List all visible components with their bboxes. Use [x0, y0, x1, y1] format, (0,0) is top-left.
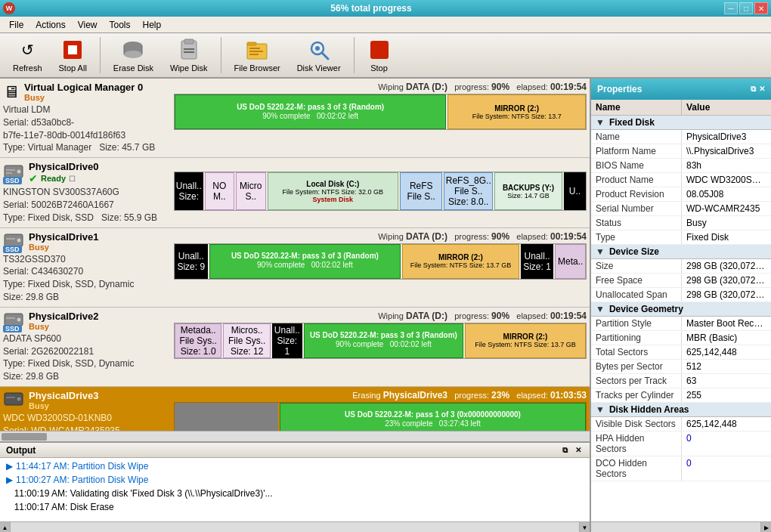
props-scroll-track: [591, 522, 760, 532]
menu-tools[interactable]: Tools: [104, 18, 137, 32]
expand-icon-geometry[interactable]: ▼: [596, 304, 605, 314]
disk1-partition-row: Unall..Size: 9 US DoD 5220.22-M: pass 3 …: [174, 243, 587, 280]
file-browser-button[interactable]: File Browser: [228, 34, 287, 76]
ssd-badge-0: SSD: [3, 177, 22, 184]
ready-icon-0: ✔: [29, 172, 38, 184]
part-meta-1: Meta..: [555, 244, 586, 279]
output-scroll-down[interactable]: ▼: [579, 522, 590, 532]
virtual-partition-row: US DoD 5220.22-M: pass 3 of 3 (Random) 9…: [174, 94, 587, 130]
virtual-status: Busy: [24, 93, 143, 102]
svg-point-17: [315, 46, 320, 51]
svg-rect-22: [6, 169, 15, 171]
erase-disk-button[interactable]: Erase Disk: [107, 34, 160, 76]
toolbar-sep-2: [221, 37, 221, 73]
disk0-progress-info: -: [174, 161, 587, 170]
svg-point-21: [17, 169, 21, 174]
output-line-2: 11:00:19 AM: Validating disk 'Fixed Disk…: [6, 487, 584, 500]
output-line-0: ▶ 11:44:17 AM: Partition Disk Wipe: [6, 459, 584, 473]
disk3-status: Busy: [29, 401, 99, 410]
stop-label: Stop: [370, 63, 388, 73]
scroll-thumb[interactable]: [2, 433, 47, 441]
props-row-size: Size 298 GB (320,072,9...: [591, 259, 771, 274]
part-unalloc-1a: Unall..Size: 9: [175, 244, 208, 279]
wipe-disk-button[interactable]: Wipe Disk: [163, 34, 215, 76]
props-section-hidden: ▼ Disk Hidden Areas: [591, 403, 771, 417]
props-row-partition-style: Partition Style Master Boot Reco...: [591, 317, 771, 331]
disk0-check-indicator: ☐: [69, 175, 76, 183]
disk3-name: PhysicalDrive3: [29, 390, 99, 401]
disk-info-0: SSD PhysicalDrive0 ✔ Ready ☐: [3, 161, 169, 224]
disk3-partition-row: US DoD 5220.22-M: pass 1 of 3 (0x0000000…: [174, 402, 587, 431]
disk2-partition-row: Metada..File Sys.. Size: 1.0 Micros..Fil…: [174, 323, 587, 359]
disk-info-2: SSD PhysicalDrive2 Busy ADATA SP600 Seri…: [3, 311, 169, 383]
disk-item-3: PhysicalDrive3 Busy WDC WD3200SD-01KNB0 …: [0, 387, 590, 431]
output-close-btn[interactable]: ✕: [573, 446, 584, 455]
stop-button[interactable]: Stop: [361, 34, 398, 76]
disk-item-virtual: 🖥 Virtual Logical Manager 0 Busy Virtual…: [0, 79, 590, 158]
disk-viewer-button[interactable]: Disk Viewer: [290, 34, 348, 76]
part-wiping-2: US DoD 5220.22-M: pass 3 of 3 (Random) 9…: [304, 323, 463, 358]
props-close-btn[interactable]: ✕: [759, 85, 765, 94]
part-backup-0: BACKUPS (Y:) Size: 14.7 GB: [494, 172, 562, 210]
erase-disk-label: Erase Disk: [113, 63, 153, 73]
disk3-meta: WDC WD3200SD-01KNB0 Serial: WD-WCAMR2435…: [3, 412, 169, 431]
part-refs-0a: ReFSFile S..: [400, 172, 442, 210]
menu-actions[interactable]: Actions: [29, 18, 71, 32]
disk-item-1: SSD PhysicalDrive1 Busy TS32GSSD370 Seri…: [0, 228, 590, 308]
svg-rect-19: [370, 41, 389, 59]
toolbar-sep-3: [354, 37, 355, 73]
right-panel: Properties ⧉ ✕ Name Value ▼ Fixed Disk N…: [590, 79, 771, 532]
output-scroll-up[interactable]: ▲: [0, 522, 11, 532]
disk-header-0: SSD PhysicalDrive0 ✔ Ready ☐: [3, 161, 587, 224]
disk-list-scrollbar[interactable]: [0, 431, 590, 441]
disk3-icon-wrap: [3, 390, 24, 410]
props-row-visible-sectors: Visible Disk Sectors 625,142,448: [591, 417, 771, 431]
props-undock-btn[interactable]: ⧉: [751, 85, 756, 94]
properties-table: Name Value ▼ Fixed Disk Name PhysicalDri…: [591, 100, 771, 521]
maximize-button[interactable]: □: [739, 2, 753, 14]
props-row-total-sectors: Total Sectors 625,142,448: [591, 345, 771, 360]
part-wiping-v: US DoD 5220.22-M: pass 3 of 3 (Random) 9…: [175, 94, 446, 129]
svg-rect-29: [6, 317, 15, 319]
disk0-name: PhysicalDrive0: [29, 161, 99, 172]
ssd-badge-2: SSD: [3, 325, 22, 332]
output-controls: ⧉ ✕: [560, 446, 584, 455]
svg-point-31: [17, 397, 21, 401]
minimize-button[interactable]: ─: [724, 2, 738, 14]
props-row-product-rev: Product Revision 08.05J08: [591, 187, 771, 202]
refresh-button[interactable]: ↺ Refresh: [6, 34, 49, 76]
disk0-status: Ready: [41, 174, 66, 183]
menu-help[interactable]: Help: [137, 18, 168, 32]
output-undock-btn[interactable]: ⧉: [560, 446, 570, 455]
props-row-freespace: Free Space 298 GB (320,072,9...: [591, 274, 771, 288]
props-row-name: Name PhysicalDrive3: [591, 130, 771, 144]
close-button[interactable]: ✕: [754, 2, 768, 14]
part-nom-0: NO M..: [205, 172, 235, 210]
svg-point-4: [124, 51, 142, 58]
stop-all-button[interactable]: Stop All: [52, 34, 94, 76]
disk-header-3: PhysicalDrive3 Busy WDC WD3200SD-01KNB0 …: [3, 390, 587, 431]
wipe-disk-label: Wipe Disk: [170, 63, 208, 73]
props-scrollbar[interactable]: ▶: [591, 521, 771, 532]
menu-file[interactable]: File: [3, 18, 29, 32]
properties-title: Properties: [597, 84, 642, 94]
expand-icon-fixed[interactable]: ▼: [596, 117, 605, 128]
virtual-meta: Virtual LDM Serial: d53a0bc8- b7fe-11e7-…: [3, 104, 169, 154]
props-row-unalloc-span: Unallocated Span 298 GB (320,072,9...: [591, 288, 771, 302]
output-panel: Output ⧉ ✕ ▶ 11:44:17 AM: Partition Disk…: [0, 441, 590, 532]
expand-icon-hidden[interactable]: ▼: [596, 404, 605, 415]
svg-rect-12: [247, 42, 256, 45]
svg-rect-23: [6, 172, 12, 174]
disk3-progress-area: Erasing PhysicalDrive3 progress: 23% ela…: [174, 390, 587, 431]
part-erasing-3: [175, 403, 278, 431]
part-micro-0: Micro S..: [236, 172, 266, 210]
menu-view[interactable]: View: [72, 18, 104, 32]
disk2-progress-info: Wiping DATA (D:) progress: 90% elapsed: …: [174, 311, 587, 321]
title-text: 56% total progress: [18, 3, 724, 14]
expand-icon-size[interactable]: ▼: [596, 246, 605, 257]
props-scroll-right[interactable]: ▶: [760, 522, 771, 532]
props-col-name: Name: [591, 100, 682, 115]
output-scrollbar[interactable]: ▲ ▼: [0, 521, 590, 532]
props-row-platform: Platform Name \\.PhysicalDrive3: [591, 144, 771, 159]
disk2-status: Busy: [29, 322, 99, 331]
